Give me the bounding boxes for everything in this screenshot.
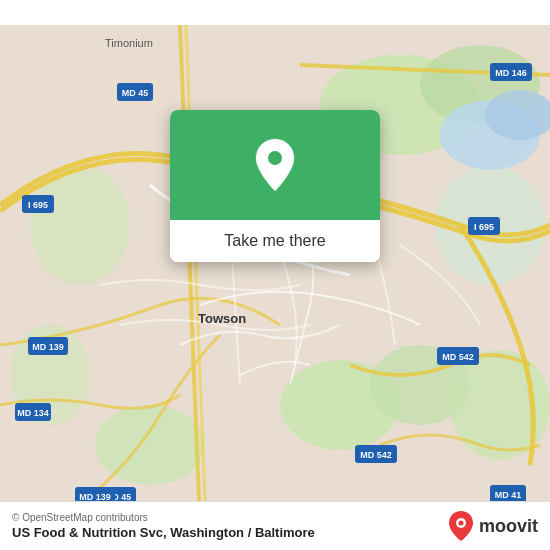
svg-point-38 [458,521,463,526]
moovit-text: moovit [479,516,538,537]
svg-text:MD 542: MD 542 [442,352,474,362]
bottom-bar: © OpenStreetMap contributors US Food & N… [0,501,550,550]
svg-text:MD 146: MD 146 [495,68,527,78]
moovit-logo: moovit [447,510,538,542]
svg-text:I 695: I 695 [28,200,48,210]
osm-credit: © OpenStreetMap contributors [12,512,315,523]
svg-point-6 [95,405,205,485]
svg-text:MD 139: MD 139 [32,342,64,352]
popup-green-area [170,110,380,220]
map-svg: Timonium Towson I 695 I 695 MD 146 MD 45… [0,0,550,550]
svg-text:Towson: Towson [198,311,246,326]
take-me-there-button[interactable]: Take me there [170,220,380,262]
svg-text:MD 542: MD 542 [360,450,392,460]
location-title: US Food & Nutrition Svc, Washington / Ba… [12,525,315,540]
map-pin-icon [251,137,299,193]
popup-card: Take me there [170,110,380,262]
map-container: Timonium Towson I 695 I 695 MD 146 MD 45… [0,0,550,550]
svg-point-36 [268,151,282,165]
svg-text:MD 45: MD 45 [122,88,149,98]
svg-text:MD 41: MD 41 [495,490,522,500]
svg-text:Timonium: Timonium [105,37,153,49]
bottom-info: © OpenStreetMap contributors US Food & N… [12,512,315,540]
svg-text:I 695: I 695 [474,222,494,232]
svg-text:MD 134: MD 134 [17,408,49,418]
moovit-pin-icon [447,510,475,542]
